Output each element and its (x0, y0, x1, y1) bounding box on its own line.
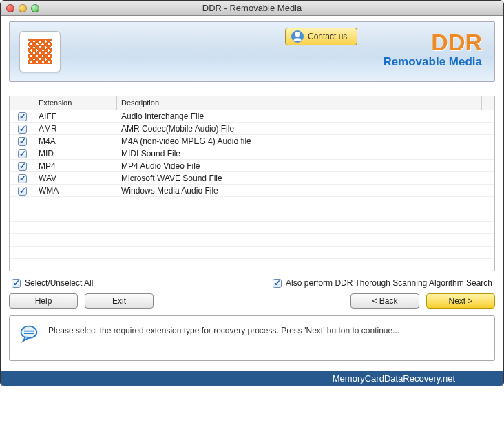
exit-label: Exit (112, 296, 126, 306)
col-description[interactable]: Description (117, 96, 482, 110)
table-row[interactable]: MIDMIDI Sound File (10, 147, 494, 160)
svg-point-1 (21, 326, 37, 339)
row-checkbox[interactable] (18, 149, 27, 158)
row-description: MP4 Audio Video File (117, 161, 494, 171)
thorough-scan-label: Also perform DDR Thorough Scanning Algor… (286, 278, 492, 288)
back-button[interactable]: < Back (350, 293, 419, 309)
table-row[interactable]: WMAWindows Media Audio File (10, 185, 494, 197)
next-label: Next > (448, 296, 472, 306)
row-extension: WMA (34, 186, 117, 196)
thorough-scan-checkbox[interactable]: Also perform DDR Thorough Scanning Algor… (273, 278, 492, 288)
zoom-icon[interactable] (31, 4, 39, 12)
contact-us-button[interactable]: Contact us (285, 28, 357, 45)
help-button[interactable]: Help (9, 293, 78, 309)
app-window: DDR - Removable Media Contact us DDR Rem… (0, 0, 504, 386)
row-checkbox[interactable] (18, 174, 27, 183)
extension-table: Extension Description AIFFAudio Intercha… (9, 96, 495, 271)
select-all-checkbox[interactable]: Select/Unselect All (12, 278, 93, 288)
back-label: < Back (372, 296, 397, 306)
table-row-empty (10, 222, 494, 234)
footer-strip: MemoryCardDataRecovery.net (1, 371, 503, 386)
window-title: DDR - Removable Media (1, 3, 503, 13)
table-row[interactable]: AIFFAudio Interchange File (10, 110, 494, 123)
row-checkbox[interactable] (18, 112, 27, 121)
row-description: Windows Media Audio File (117, 186, 494, 196)
info-box: Please select the required extension typ… (9, 315, 495, 361)
row-extension: M4A (34, 136, 117, 146)
app-logo (19, 31, 61, 72)
close-icon[interactable] (6, 4, 14, 12)
row-description: Audio Interchange File (117, 112, 494, 121)
row-extension: MID (34, 149, 117, 158)
window-titlebar: DDR - Removable Media (1, 1, 503, 16)
options-row: Select/Unselect All Also perform DDR Tho… (9, 278, 495, 288)
row-checkbox[interactable] (18, 162, 27, 171)
next-button[interactable]: Next > (426, 293, 495, 309)
logo-pattern-icon (28, 39, 52, 64)
info-text: Please select the required extension typ… (48, 324, 399, 337)
buttons-row: Help Exit < Back Next > (9, 293, 495, 309)
row-extension: AMR (34, 124, 117, 134)
header-banner: Contact us DDR Removable Media (9, 21, 495, 82)
select-all-label: Select/Unselect All (25, 278, 93, 288)
row-description: MIDI Sound File (117, 149, 494, 158)
window-controls (6, 4, 39, 12)
row-checkbox[interactable] (18, 125, 27, 134)
row-checkbox[interactable] (18, 137, 27, 146)
brand-title: DDR (383, 30, 482, 54)
table-header: Extension Description (10, 96, 494, 110)
row-checkbox[interactable] (18, 187, 27, 196)
row-description: AMR Codec(Mobile Audio) File (117, 124, 494, 134)
minimize-icon[interactable] (19, 4, 27, 12)
exit-button[interactable]: Exit (85, 293, 154, 309)
speech-bubble-icon (19, 324, 39, 344)
person-icon (291, 30, 304, 43)
help-label: Help (35, 296, 52, 306)
brand-block: DDR Removable Media (383, 30, 482, 69)
row-description: Microsoft WAVE Sound File (117, 174, 494, 183)
checkbox-icon (273, 279, 282, 288)
table-row[interactable]: MP4MP4 Audio Video File (10, 160, 494, 172)
table-row[interactable]: M4AM4A (non-video MPEG 4) Audio file (10, 135, 494, 147)
table-row[interactable]: AMRAMR Codec(Mobile Audio) File (10, 123, 494, 135)
col-spacer (482, 96, 494, 110)
contact-us-label: Contact us (308, 32, 347, 41)
svg-point-0 (295, 32, 300, 37)
row-extension: AIFF (34, 112, 117, 121)
table-row-empty (10, 259, 494, 271)
table-row-empty (10, 247, 494, 259)
row-extension: MP4 (34, 161, 117, 171)
table-row-empty (10, 209, 494, 222)
table-body: AIFFAudio Interchange FileAMRAMR Codec(M… (10, 110, 494, 271)
brand-subtitle: Removable Media (383, 55, 482, 69)
table-row-empty (10, 234, 494, 247)
checkbox-icon (12, 279, 21, 288)
table-row-empty (10, 197, 494, 209)
col-checkbox[interactable] (10, 96, 34, 110)
row-description: M4A (non-video MPEG 4) Audio file (117, 136, 494, 146)
col-extension[interactable]: Extension (34, 96, 117, 110)
row-extension: WAV (34, 174, 117, 183)
footer-site: MemoryCardDataRecovery.net (333, 373, 455, 384)
table-row[interactable]: WAVMicrosoft WAVE Sound File (10, 172, 494, 185)
